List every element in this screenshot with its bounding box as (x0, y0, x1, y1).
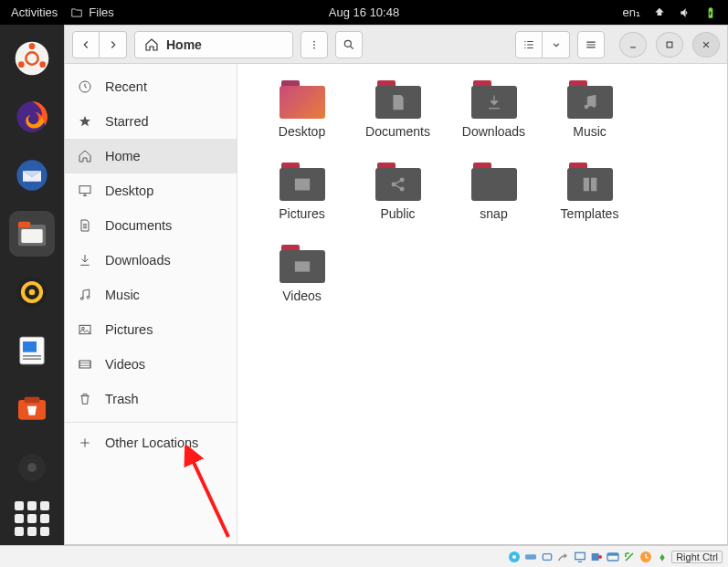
input-source-indicator[interactable]: en₁ (623, 5, 640, 19)
vm-shared-icon[interactable] (556, 550, 571, 564)
sidebar-item-label: Home (105, 149, 141, 163)
svg-point-28 (512, 555, 516, 559)
dock-item-files[interactable] (9, 211, 55, 257)
sidebar-item-home[interactable]: Home (65, 139, 237, 173)
svg-rect-15 (23, 355, 41, 357)
sidebar-item-recent[interactable]: Recent (65, 69, 237, 104)
forward-button[interactable] (100, 31, 127, 58)
folder-public[interactable]: Public (350, 159, 446, 241)
folder-snap[interactable]: snap (446, 159, 542, 241)
view-dropdown-button[interactable] (543, 31, 570, 58)
hamburger-menu-button[interactable] (577, 31, 605, 58)
folder-documents[interactable]: Documents (350, 77, 446, 159)
sidebar-item-downloads[interactable]: Downloads (65, 243, 237, 278)
sidebar-item-pictures[interactable]: Pictures (65, 312, 237, 347)
svg-point-24 (344, 40, 351, 47)
vm-host-key-label: Right Ctrl (671, 551, 723, 563)
maximize-button[interactable] (656, 32, 683, 58)
vm-recording-icon[interactable] (589, 550, 604, 564)
clock-icon (78, 79, 92, 94)
folder-videos[interactable]: Videos (254, 241, 350, 323)
vm-audio-icon[interactable] (606, 550, 620, 564)
yaru-logo-icon (14, 40, 50, 77)
vm-disc-icon[interactable] (507, 550, 522, 564)
svg-point-33 (598, 555, 602, 559)
libreoffice-writer-icon (14, 332, 50, 369)
activities-button[interactable]: Activities (11, 5, 58, 19)
files-icon (14, 215, 50, 252)
thunderbird-icon (14, 157, 50, 194)
sidebar-item-trash[interactable]: Trash (65, 382, 237, 416)
sidebar-item-label: Videos (105, 357, 145, 372)
minimize-button[interactable] (619, 32, 647, 58)
sidebar-item-label: Other Locations (105, 436, 198, 450)
back-button[interactable] (72, 31, 100, 58)
folder-icon (280, 245, 325, 283)
view-list-button[interactable] (515, 31, 543, 58)
folder-downloads[interactable]: Downloads (446, 77, 542, 159)
desktop-icon (78, 184, 92, 198)
search-button[interactable] (335, 31, 363, 58)
folder-label: Templates (561, 206, 619, 221)
sidebar-item-label: Trash (105, 392, 139, 406)
dock-item-settings[interactable] (9, 36, 55, 81)
folder-icon (280, 80, 325, 119)
sidebar-item-label: Documents (105, 218, 172, 233)
trash-icon (78, 392, 92, 406)
folder-label: Downloads (462, 124, 525, 139)
volume-icon[interactable] (679, 6, 691, 19)
dock-item-software[interactable] (9, 386, 55, 432)
folder-label: Public (380, 206, 415, 221)
sidebar-item-documents[interactable]: Documents (65, 208, 237, 243)
dock-item-rhythmbox[interactable] (9, 269, 55, 315)
vm-mouse-icon[interactable] (655, 550, 670, 564)
folder-pictures[interactable]: Pictures (254, 159, 350, 241)
sidebar-item-music[interactable]: Music (65, 278, 237, 312)
svg-rect-14 (23, 341, 37, 352)
active-app-label: Files (89, 5, 113, 19)
pathbar[interactable]: Home (134, 31, 293, 58)
show-applications-button[interactable] (15, 501, 49, 536)
network-icon[interactable] (653, 6, 666, 19)
battery-icon[interactable] (704, 6, 717, 19)
icon-view[interactable]: DesktopDocumentsDownloadsMusicPicturesPu… (237, 64, 727, 544)
folder-music[interactable]: Music (542, 77, 638, 159)
vm-usb-icon[interactable] (540, 550, 554, 564)
svg-rect-8 (18, 222, 30, 228)
picture-icon (293, 175, 311, 194)
dock-item-thunderbird[interactable] (9, 152, 55, 198)
maximize-icon (663, 38, 676, 51)
active-app-menu[interactable]: Files (70, 5, 113, 19)
close-button[interactable] (692, 32, 720, 58)
sidebar-item-label: Music (105, 288, 140, 302)
vm-display-icon[interactable] (573, 550, 587, 564)
sidebar-item-desktop[interactable]: Desktop (65, 173, 237, 208)
vm-clipboard-icon[interactable] (638, 550, 653, 564)
folder-desktop[interactable]: Desktop (254, 77, 350, 159)
svg-rect-32 (592, 553, 599, 561)
pathbar-label: Home (166, 37, 202, 52)
svg-point-23 (313, 47, 315, 48)
svg-point-21 (313, 40, 315, 42)
folder-templates[interactable]: Templates (542, 159, 638, 241)
vm-network-icon[interactable] (622, 550, 637, 564)
sidebar-item-other-locations[interactable]: Other Locations (65, 422, 237, 462)
clock[interactable]: Aug 16 10:48 (329, 5, 399, 19)
chevron-left-icon (79, 38, 92, 51)
sidebar-item-videos[interactable]: Videos (65, 347, 237, 382)
svg-rect-25 (667, 42, 672, 47)
sidebar-item-label: Recent (105, 79, 147, 94)
headerbar: Home (65, 26, 727, 64)
folder-icon (471, 163, 517, 201)
svg-rect-29 (525, 554, 536, 559)
svg-rect-30 (543, 553, 551, 560)
dock-item-libreoffice[interactable] (9, 328, 55, 373)
sidebar-item-starred[interactable]: Starred (65, 104, 237, 139)
path-menu-button[interactable] (301, 31, 328, 58)
sidebar-item-label: Desktop (105, 184, 153, 198)
vm-hdd-icon[interactable] (523, 550, 538, 564)
dock-item-disk[interactable] (9, 445, 55, 490)
list-icon (522, 38, 535, 51)
svg-point-22 (313, 44, 315, 46)
dock-item-firefox[interactable] (9, 94, 55, 140)
